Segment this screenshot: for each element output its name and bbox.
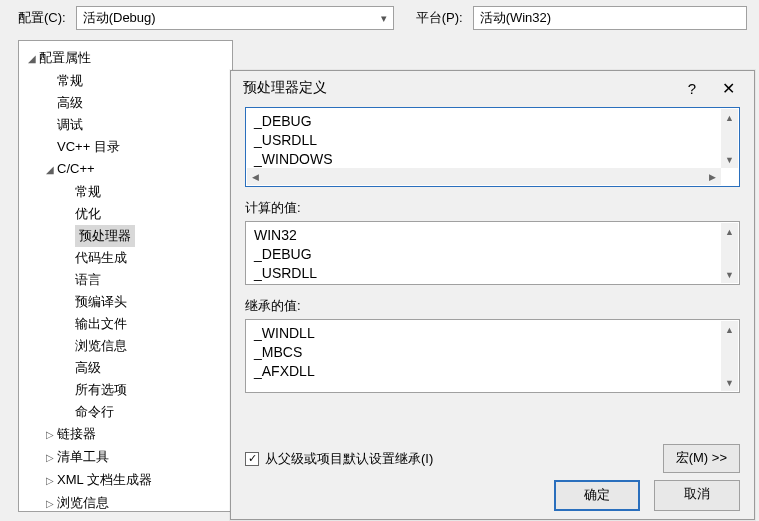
caret-right-icon: ▷ (45, 493, 55, 512)
tree-advanced[interactable]: 高级 (45, 92, 232, 114)
property-tree: ◢配置属性 常规 高级 调试 VC++ 目录 ◢C/C++ 常规 优化 预处理器… (18, 40, 233, 512)
cancel-button[interactable]: 取消 (654, 480, 740, 511)
scroll-up-icon: ▲ (721, 321, 738, 338)
config-label: 配置(C): (18, 9, 66, 27)
config-toolbar: 配置(C): 活动(Debug) ▾ 平台(P): 活动(Win32) (0, 0, 759, 40)
tree-cpp-opt[interactable]: 优化 (63, 203, 232, 225)
preprocessor-dialog: 预处理器定义 ? ✕ _DEBUG _USRDLL _WINDOWS ▲ ▼ ◀… (230, 70, 755, 520)
tree-browseinfo[interactable]: ▷浏览信息 (45, 492, 232, 512)
tree-cpp-cmd[interactable]: 命令行 (63, 401, 232, 423)
scroll-up-icon: ▲ (721, 109, 738, 126)
calc-line: WIN32 (254, 226, 731, 245)
scrollbar-vertical[interactable]: ▲ ▼ (721, 321, 738, 391)
tree-root[interactable]: ◢配置属性 常规 高级 调试 VC++ 目录 ◢C/C++ 常规 优化 预处理器… (27, 47, 232, 512)
calc-line: _DEBUG (254, 245, 731, 264)
inherit-checkbox[interactable]: ✓ (245, 452, 259, 466)
macro-button[interactable]: 宏(M) >> (663, 444, 740, 473)
tree-cpp-adv[interactable]: 高级 (63, 357, 232, 379)
scroll-left-icon: ◀ (247, 168, 264, 185)
tree-debug[interactable]: 调试 (45, 114, 232, 136)
ok-button[interactable]: 确定 (554, 480, 640, 511)
def-line: _WINDOWS (254, 150, 731, 169)
def-line: _USRDLL (254, 131, 731, 150)
scrollbar-vertical[interactable]: ▲ ▼ (721, 223, 738, 283)
scroll-up-icon: ▲ (721, 223, 738, 240)
scrollbar-horizontal[interactable]: ◀ ▶ (247, 168, 721, 185)
scroll-right-icon: ▶ (704, 168, 721, 185)
tree-xml[interactable]: ▷XML 文档生成器 (45, 469, 232, 492)
close-icon[interactable]: ✕ (710, 79, 746, 98)
inherited-listbox[interactable]: _WINDLL _MBCS _AFXDLL ▲ ▼ (245, 319, 740, 393)
tree-cpp-codegen[interactable]: 代码生成 (63, 247, 232, 269)
tree-cpp[interactable]: ◢C/C++ 常规 优化 预处理器 代码生成 语言 预编译头 输出文件 浏览信息 (45, 158, 232, 423)
platform-combo[interactable]: 活动(Win32) (473, 6, 747, 30)
tree-cpp-out[interactable]: 输出文件 (63, 313, 232, 335)
inh-line: _WINDLL (254, 324, 731, 343)
tree-cpp-pch[interactable]: 预编译头 (63, 291, 232, 313)
tree-cpp-browse[interactable]: 浏览信息 (63, 335, 232, 357)
scroll-down-icon: ▼ (721, 374, 738, 391)
inherit-checkbox-label[interactable]: 从父级或项目默认设置继承(I) (265, 450, 433, 468)
chevron-down-icon: ▾ (381, 12, 387, 25)
config-combo[interactable]: 活动(Debug) ▾ (76, 6, 394, 30)
platform-label: 平台(P): (416, 9, 463, 27)
scrollbar-vertical[interactable]: ▲ ▼ (721, 109, 738, 168)
tree-cpp-preproc[interactable]: 预处理器 (63, 225, 232, 247)
dialog-title: 预处理器定义 (243, 79, 674, 97)
tree-cpp-lang[interactable]: 语言 (63, 269, 232, 291)
definitions-editbox[interactable]: _DEBUG _USRDLL _WINDOWS ▲ ▼ ◀ ▶ (245, 107, 740, 187)
tree-cpp-all[interactable]: 所有选项 (63, 379, 232, 401)
inherited-label: 继承的值: (245, 297, 740, 315)
calculated-listbox[interactable]: WIN32 _DEBUG _USRDLL ▲ ▼ (245, 221, 740, 285)
tree-linker[interactable]: ▷链接器 (45, 423, 232, 446)
inh-line: _MBCS (254, 343, 731, 362)
inh-line: _AFXDLL (254, 362, 731, 381)
calc-line: _USRDLL (254, 264, 731, 283)
caret-right-icon: ▷ (45, 447, 55, 469)
tree-vcdir[interactable]: VC++ 目录 (45, 136, 232, 158)
scroll-down-icon: ▼ (721, 266, 738, 283)
tree-general[interactable]: 常规 (45, 70, 232, 92)
caret-right-icon: ▷ (45, 470, 55, 492)
def-line: _DEBUG (254, 112, 731, 131)
calculated-label: 计算的值: (245, 199, 740, 217)
scroll-down-icon: ▼ (721, 151, 738, 168)
titlebar: 预处理器定义 ? ✕ (231, 71, 754, 105)
config-value: 活动(Debug) (83, 9, 156, 27)
help-icon[interactable]: ? (674, 80, 710, 97)
caret-right-icon: ▷ (45, 424, 55, 446)
caret-down-icon: ◢ (27, 48, 37, 70)
caret-down-icon: ◢ (45, 159, 55, 181)
tree-manifest[interactable]: ▷清单工具 (45, 446, 232, 469)
tree-cpp-general[interactable]: 常规 (63, 181, 232, 203)
platform-value: 活动(Win32) (480, 9, 552, 27)
